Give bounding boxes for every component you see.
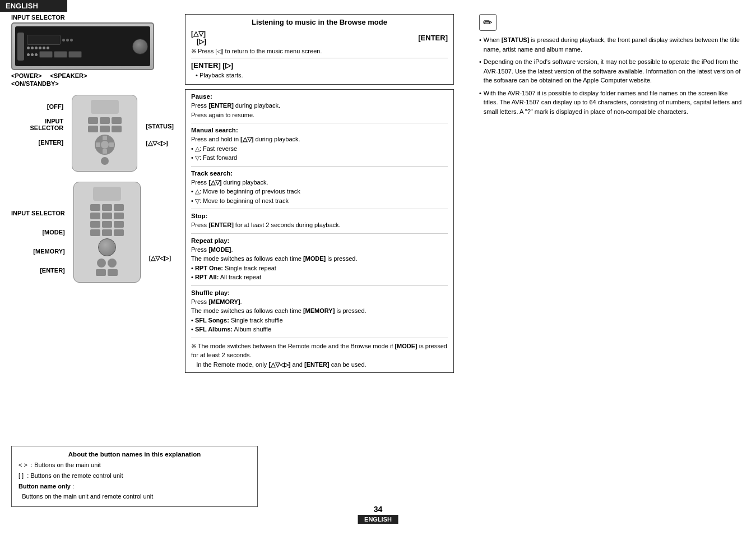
playback-label: [ENTER] [▷] xyxy=(191,61,233,70)
nav-controls-row: [△▽] [▷] [ENTER] xyxy=(191,30,448,45)
bottom-row-4: Buttons on the main unit and remote cont… xyxy=(18,491,251,502)
nav-ctrl-text: [△▽] xyxy=(191,30,206,38)
stop-section: Stop: Press [ENTER] for at least 2 secon… xyxy=(191,213,448,234)
enter-bottom-label: [ENTER] xyxy=(11,267,65,274)
manual-title: Manual search: xyxy=(191,127,448,133)
shuffle-section: Shuffle play: Press [MEMORY]. The mode s… xyxy=(191,289,448,338)
browse-mode-box: Listening to music in the Browse mode [△… xyxy=(185,14,454,85)
status-label: [STATUS] xyxy=(146,123,174,130)
repeat-section: Repeat play: Press [MODE]. The mode swit… xyxy=(191,237,448,286)
input-selector-remote-label: INPUT SELECTOR xyxy=(11,118,63,131)
track-title: Track search: xyxy=(191,170,448,177)
on-standby-label: <ON/STANDBY> xyxy=(11,80,174,87)
note-3: • With the AVR-1507 it is possible to di… xyxy=(479,89,743,117)
track-next: • ▽: Move to beginning of next track xyxy=(191,197,289,204)
row3-desc: : xyxy=(72,483,74,490)
enter-label: [ENTER] xyxy=(11,139,63,146)
row1-sym: < > xyxy=(18,462,27,468)
repeat-all: • RPT All: All track repeat xyxy=(191,274,261,280)
nav-controls: [△▽] [▷] xyxy=(191,30,206,45)
note-1: • When [STATUS] is pressed during playba… xyxy=(479,35,743,54)
speaker-label: <SPEAKER> xyxy=(50,72,87,79)
remote-unit-bottom-diagram: INPUT SELECTOR [MODE] [MEMORY] [ENTER] xyxy=(11,182,174,283)
manual-fwd: • △: Fast reverse xyxy=(191,145,237,152)
bottom-info-box: About the button names in this explanati… xyxy=(11,446,258,507)
center-column: Listening to music in the Browse mode [△… xyxy=(185,14,454,373)
note-2: • Depending on the iPod's software versi… xyxy=(479,57,743,85)
pencil-icon-container: ✏ xyxy=(479,14,743,31)
row3-label: Button name only xyxy=(18,483,71,490)
bottom-remote-labels-left: INPUT SELECTOR [MODE] [MEMORY] [ENTER] xyxy=(11,182,65,274)
manual-section: Manual search: Press and hold in [△▽] du… xyxy=(191,127,448,167)
press-note: ※ Press [◁] to return to the music menu … xyxy=(191,48,448,55)
page-number: 34 xyxy=(358,505,398,514)
playback-starts: • Playback starts. xyxy=(196,72,448,79)
remote-unit-diagram: [OFF] INPUT SELECTOR [ENTER] xyxy=(11,95,174,172)
shuffle-title: Shuffle play: xyxy=(191,289,448,296)
pause-text: Press [ENTER] during playback. Press aga… xyxy=(191,101,448,119)
memory-label: [MEMORY] xyxy=(11,248,65,255)
stop-title: Stop: xyxy=(191,213,448,219)
bottom-row-3: Button name only : xyxy=(18,481,251,492)
main-unit-diagram: INPUT SELECTOR xyxy=(11,14,174,87)
bottom-row-1: < > : Buttons on the main unit xyxy=(18,460,251,471)
shuffle-text: Press [MEMORY]. The mode switches as fol… xyxy=(191,297,448,334)
manual-text: Press and hold in [△▽] during playback. … xyxy=(191,135,448,163)
browse-mode-title: Listening to music in the Browse mode xyxy=(191,18,448,26)
main-unit-device xyxy=(11,22,154,70)
page-language: ENGLISH xyxy=(358,515,398,524)
mode-label: [MODE] xyxy=(11,229,65,236)
off-label: [OFF] xyxy=(11,103,63,110)
power-labels: <POWER> <SPEAKER> xyxy=(11,72,174,79)
pause-title: Pause: xyxy=(191,93,448,100)
enter-ctrl-text: [ENTER] xyxy=(418,34,448,42)
row2-sym: [ ] xyxy=(18,472,24,479)
repeat-text: Press [MODE]. The mode switches as follo… xyxy=(191,245,448,282)
remote-device-top xyxy=(72,95,137,172)
instructions-box: Pause: Press [ENTER] during playback. Pr… xyxy=(185,89,454,373)
right-column: ✏ • When [STATUS] is pressed during play… xyxy=(479,14,743,119)
nav-label: [△▽◁▷] xyxy=(146,140,174,147)
input-selector-bottom-label: INPUT SELECTOR xyxy=(11,210,65,216)
header-label: ENGLISH xyxy=(6,2,38,10)
nav-bottom-label: [△▽◁▷] xyxy=(149,255,171,262)
input-selector-top-label: INPUT SELECTOR xyxy=(11,14,174,21)
power-label: <POWER> xyxy=(11,72,41,79)
repeat-one: • RPT One: Single track repeat xyxy=(191,265,276,271)
pause-section: Pause: Press [ENTER] during playback. Pr… xyxy=(191,93,448,123)
shuffle-songs: • SFL Songs: Single track shuffle xyxy=(191,317,283,324)
row1-desc: : Buttons on the main unit xyxy=(31,462,101,468)
track-text: Press [△▽] during playback. • △: Move to… xyxy=(191,178,448,206)
track-prev: • △: Move to beginning of previous track xyxy=(191,188,300,195)
row4-desc: Buttons on the main unit and remote cont… xyxy=(22,493,153,500)
bottom-row-2: [ ] : Buttons on the remote control unit xyxy=(18,471,251,481)
playback-row: [ENTER] [▷] xyxy=(191,61,448,70)
remote-right-labels: [STATUS] [△▽◁▷] xyxy=(146,95,174,147)
header-bar: ENGLISH xyxy=(0,0,67,12)
pencil-icon: ✏ xyxy=(479,14,497,31)
shuffle-albums: • SFL Albums: Album shuffle xyxy=(191,326,271,333)
track-section: Track search: Press [△▽] during playback… xyxy=(191,170,448,210)
left-column: INPUT SELECTOR xyxy=(11,14,174,283)
remote-labels: [OFF] INPUT SELECTOR [ENTER] xyxy=(11,95,63,146)
stop-text: Press [ENTER] for at least 2 seconds dur… xyxy=(191,220,448,230)
manual-rev: • ▽: Fast forward xyxy=(191,154,237,161)
page-number-container: 34 ENGLISH xyxy=(358,505,398,524)
remote-device-bottom xyxy=(73,182,141,283)
play-ctrl-text: [▷] xyxy=(197,38,206,45)
repeat-title: Repeat play: xyxy=(191,237,448,244)
bottom-remote-labels-right: [△▽◁▷] xyxy=(149,182,171,262)
bottom-box-title: About the button names in this explanati… xyxy=(18,451,251,458)
mode-note: ※ The mode switches between the Remote m… xyxy=(191,342,448,370)
row2-desc: : Buttons on the remote control unit xyxy=(27,472,123,479)
